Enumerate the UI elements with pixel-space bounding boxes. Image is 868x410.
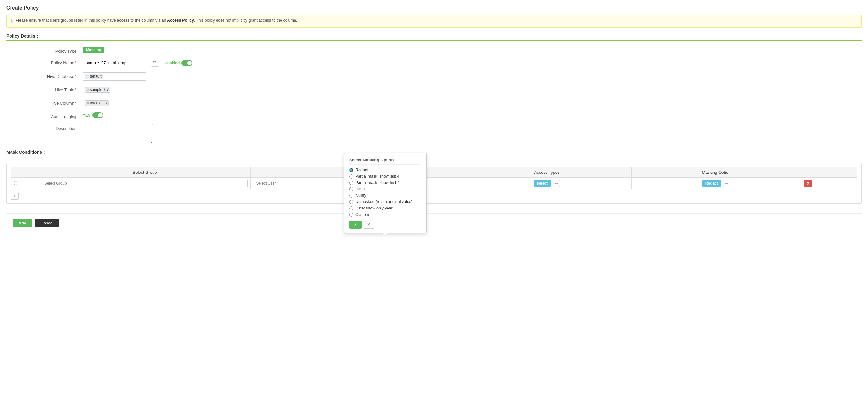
audit-logging-label: Audit Logging	[26, 113, 76, 119]
masking-radio-unmasked[interactable]	[349, 200, 353, 204]
popup-actions: ✓ ✕	[349, 221, 421, 228]
audit-logging-control: YES	[83, 113, 103, 118]
policy-name-input[interactable]	[83, 59, 147, 67]
description-label: Description	[26, 124, 76, 131]
masking-label-redact: Redact	[355, 168, 368, 172]
col-delete-header	[801, 167, 857, 178]
popup-cancel-button[interactable]: ✕	[364, 221, 374, 228]
masking-radio-date-year[interactable]	[349, 206, 353, 211]
hive-column-tag-input[interactable]: × total_emp	[83, 99, 147, 107]
alert-link[interactable]: Access Policy	[167, 18, 194, 23]
add-row-button[interactable]: +	[10, 192, 19, 199]
hive-column-label: Hive Column*	[26, 99, 76, 106]
policy-type-badge: Masking	[83, 47, 104, 53]
masking-label-nullify: Nullify	[355, 193, 366, 198]
col-group-header: Select Group	[39, 167, 251, 178]
mask-conditions-section: Mask Conditions : Select Group Select Us…	[6, 150, 862, 204]
conditions-table: Select Group Select User Access Types Ma…	[10, 167, 858, 189]
access-select-button[interactable]: select	[534, 180, 551, 187]
masking-radio-partial-last4[interactable]	[349, 175, 353, 179]
masking-option-custom[interactable]: Custom	[349, 212, 421, 217]
hive-database-control: × default	[83, 72, 147, 81]
masking-label-custom: Custom	[355, 212, 369, 217]
hive-table-row: Hive Table* × sample_07	[6, 86, 862, 94]
policy-name-icon[interactable]: ☷	[151, 60, 159, 66]
popup-ok-button[interactable]: ✓	[349, 221, 362, 228]
masking-value-badge: Redact	[702, 180, 721, 187]
delete-cell: ✕	[801, 178, 857, 189]
masking-value-wrap: Redact ✏	[634, 180, 798, 187]
masking-radio-custom[interactable]	[349, 213, 353, 217]
masking-label-date-year: Date: show only year	[355, 206, 393, 211]
select-group-input[interactable]	[42, 180, 248, 187]
policy-details-header: Policy Details :	[6, 33, 862, 41]
masking-option-partial-first4[interactable]: Partial mask: show first 4	[349, 181, 421, 185]
masking-label-hash: Hash	[355, 187, 365, 191]
hive-column-tag-remove[interactable]: ×	[87, 101, 89, 105]
audit-toggle-wrap: YES	[83, 113, 103, 118]
description-row: Description	[6, 124, 862, 143]
drag-handle-icon: ⠿	[13, 181, 17, 186]
masking-radio-partial-first4[interactable]	[349, 181, 353, 185]
masking-radio-redact[interactable]	[349, 168, 353, 172]
masking-edit-button[interactable]: ✏	[723, 180, 731, 187]
policy-name-row: Policy Name* ☷ enabled	[6, 59, 862, 67]
masking-option-date-year[interactable]: Date: show only year	[349, 206, 421, 211]
audit-toggle-label: YES	[83, 113, 90, 118]
add-button[interactable]: Add	[13, 219, 32, 227]
page-container: Create Policy ℹ Please ensure that users…	[0, 0, 868, 410]
policy-type-control: Masking	[83, 47, 104, 53]
masking-option-partial-last4[interactable]: Partial mask: show last 4	[349, 174, 421, 179]
delete-row-button[interactable]: ✕	[804, 180, 812, 187]
policy-type-label: Policy Type	[26, 47, 76, 54]
masking-popup-title: Select Masking Option	[349, 158, 421, 165]
enabled-toggle-wrap: enabled	[165, 60, 192, 66]
col-access-header: Access Types	[462, 167, 632, 178]
policy-name-label: Policy Name*	[26, 59, 76, 65]
alert-banner: ℹ Please ensure that users/groups listed…	[6, 14, 862, 28]
masking-label-partial-first4: Partial mask: show first 4	[355, 181, 400, 185]
description-control	[83, 124, 153, 143]
access-edit-button[interactable]: ✏	[553, 180, 560, 187]
cancel-button[interactable]: Cancel	[35, 219, 58, 227]
masking-option-cell: Redact ✏	[631, 178, 801, 189]
hive-table-tag-input[interactable]: × sample_07	[83, 86, 147, 94]
hive-table-label: Hive Table*	[26, 86, 76, 92]
popup-arrow	[383, 233, 388, 236]
masking-label-partial-last4: Partial mask: show last 4	[355, 174, 399, 179]
masking-option-redact[interactable]: Redact	[349, 168, 421, 172]
masking-label-unmasked: Unmasked (retain original value)	[355, 199, 413, 204]
access-types-wrap: select ✏	[465, 180, 629, 187]
hive-database-tag-input[interactable]: × default	[83, 72, 147, 81]
masking-option-hash[interactable]: Hash	[349, 187, 421, 191]
group-cell	[39, 178, 251, 189]
access-types-cell: select ✏	[462, 178, 632, 189]
col-drag-header	[11, 167, 39, 178]
description-textarea[interactable]	[83, 124, 153, 143]
masking-option-unmasked[interactable]: Unmasked (retain original value)	[349, 199, 421, 204]
conditions-table-wrap: Select Group Select User Access Types Ma…	[6, 163, 862, 204]
hive-database-tag: × default	[85, 73, 103, 79]
audit-toggle-switch[interactable]	[92, 113, 103, 118]
masking-radio-nullify[interactable]	[349, 193, 353, 198]
hive-database-row: Hive Database* × default	[6, 72, 862, 81]
drag-handle-cell: ⠿	[11, 178, 39, 189]
enabled-toggle-switch[interactable]	[182, 60, 192, 66]
hive-table-tag: × sample_07	[85, 87, 111, 93]
hive-table-control: × sample_07	[83, 86, 147, 94]
hive-table-tag-remove[interactable]: ×	[87, 88, 89, 92]
hive-database-tag-remove[interactable]: ×	[87, 74, 89, 78]
form-actions: Add Cancel	[6, 213, 862, 232]
table-row: ⠿ select ✏	[11, 178, 858, 189]
hive-column-control: × total_emp	[83, 99, 147, 107]
page-title: Create Policy	[6, 5, 862, 11]
audit-logging-row: Audit Logging YES	[6, 113, 862, 119]
masking-radio-hash[interactable]	[349, 187, 353, 191]
policy-type-row: Policy Type Masking	[6, 47, 862, 54]
info-icon: ℹ	[11, 19, 13, 24]
hive-column-row: Hive Column* × total_emp	[6, 99, 862, 107]
masking-option-nullify[interactable]: Nullify	[349, 193, 421, 198]
policy-name-control: ☷ enabled	[83, 59, 192, 67]
alert-text: Please ensure that users/groups listed i…	[16, 18, 297, 23]
masking-option-popup: Select Masking Option Redact Partial mas…	[344, 153, 427, 233]
